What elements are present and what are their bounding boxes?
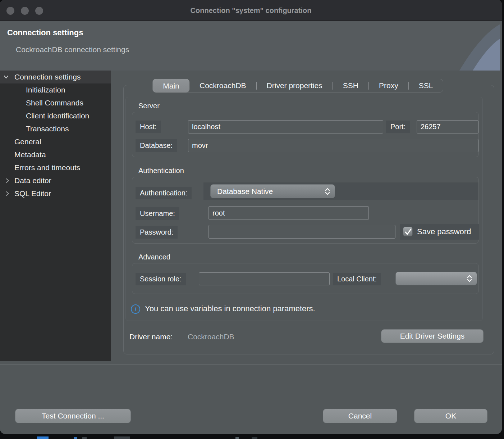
desktop-fragment <box>74 437 77 439</box>
wizard-header: Connection settings CockroachDB connecti… <box>0 21 502 71</box>
sidebar-item-data-editor[interactable]: Data editor <box>0 174 111 187</box>
authentication-group-label: Authentication <box>138 167 184 175</box>
port-input[interactable] <box>417 120 478 133</box>
sidebar-item-client-identification[interactable]: Client identification <box>0 109 111 122</box>
chevron-down-icon <box>3 74 9 80</box>
password-input[interactable] <box>209 225 395 239</box>
server-group-label: Server <box>138 102 160 110</box>
desktop-fragment <box>82 437 87 439</box>
page-subtitle: CockroachDB connection settings <box>16 45 129 54</box>
info-icon: i <box>131 304 140 314</box>
tab-ssh[interactable]: SSH <box>333 79 368 92</box>
advanced-group-label: Advanced <box>138 253 170 261</box>
variables-hint: You can use variables in connection para… <box>145 304 315 313</box>
username-label: Username: <box>136 207 179 220</box>
ok-button[interactable]: OK <box>414 409 487 423</box>
footer-divider <box>0 365 502 365</box>
database-label: Database: <box>136 139 177 152</box>
local-client-label: Local Client: <box>333 273 381 285</box>
decorative-arcs <box>439 21 500 71</box>
port-label: Port: <box>386 121 410 133</box>
page-title: Connection settings <box>7 28 83 37</box>
sidebar-item-initialization[interactable]: Initialization <box>0 83 111 96</box>
username-input[interactable] <box>209 206 369 220</box>
updown-chevrons-icon <box>467 274 472 283</box>
sidebar-item-errors-and-timeouts[interactable]: Errors and timeouts <box>0 161 111 174</box>
chevron-right-icon <box>4 190 11 197</box>
sidebar-item-metadata[interactable]: Metadata <box>0 148 111 161</box>
sidebar-item-sql-editor[interactable]: SQL Editor <box>0 187 111 200</box>
host-input[interactable] <box>188 120 383 133</box>
settings-tree: Connection settings Initialization Shell… <box>0 71 111 361</box>
screen: Connection "system" configuration Connec… <box>0 0 504 439</box>
window-title: Connection "system" configuration <box>0 0 502 21</box>
local-client-select[interactable] <box>395 272 477 285</box>
updown-chevrons-icon <box>325 187 330 196</box>
authentication-select[interactable]: Database Native <box>210 184 335 198</box>
desktop-fragment <box>252 437 257 439</box>
connection-configuration-dialog: Connection "system" configuration Connec… <box>0 0 502 434</box>
chevron-right-icon <box>4 177 11 184</box>
save-password-row: Save password <box>400 224 479 240</box>
session-role-input[interactable] <box>199 272 330 285</box>
connection-tabs: Main CockroachDB Driver properties SSH P… <box>152 79 443 92</box>
authentication-selected-value: Database Native <box>217 187 273 196</box>
test-connection-button[interactable]: Test Connection ... <box>15 409 131 423</box>
database-input[interactable] <box>188 139 478 152</box>
desktop-fragment <box>235 437 239 439</box>
desktop-fragment <box>37 436 49 439</box>
session-role-label: Session role: <box>136 273 186 285</box>
sidebar-item-connection-settings[interactable]: Connection settings <box>0 71 111 83</box>
cancel-button[interactable]: Cancel <box>323 409 397 423</box>
driver-name-label: Driver name: <box>129 332 173 341</box>
save-password-label: Save password <box>417 224 471 240</box>
authentication-label: Authentication: <box>136 187 192 199</box>
driver-name-value: CockroachDB <box>188 332 234 341</box>
tab-ssl[interactable]: SSL <box>409 79 443 92</box>
save-password-checkbox[interactable] <box>403 227 413 236</box>
sidebar-item-shell-commands[interactable]: Shell Commands <box>0 96 111 109</box>
edit-driver-settings-button[interactable]: Edit Driver Settings <box>381 329 484 343</box>
tab-proxy[interactable]: Proxy <box>369 79 408 92</box>
desktop-strip <box>0 434 504 439</box>
sidebar-item-general[interactable]: General <box>0 135 111 148</box>
check-icon <box>403 227 413 237</box>
password-label: Password: <box>136 226 178 239</box>
desktop-fragment <box>114 436 130 439</box>
sidebar-item-transactions[interactable]: Transactions <box>0 122 111 135</box>
tab-cockroachdb[interactable]: CockroachDB <box>189 79 256 92</box>
tab-main[interactable]: Main <box>153 79 189 92</box>
host-label: Host: <box>136 121 161 133</box>
tab-driver-properties[interactable]: Driver properties <box>257 79 333 92</box>
title-bar: Connection "system" configuration <box>0 0 502 21</box>
